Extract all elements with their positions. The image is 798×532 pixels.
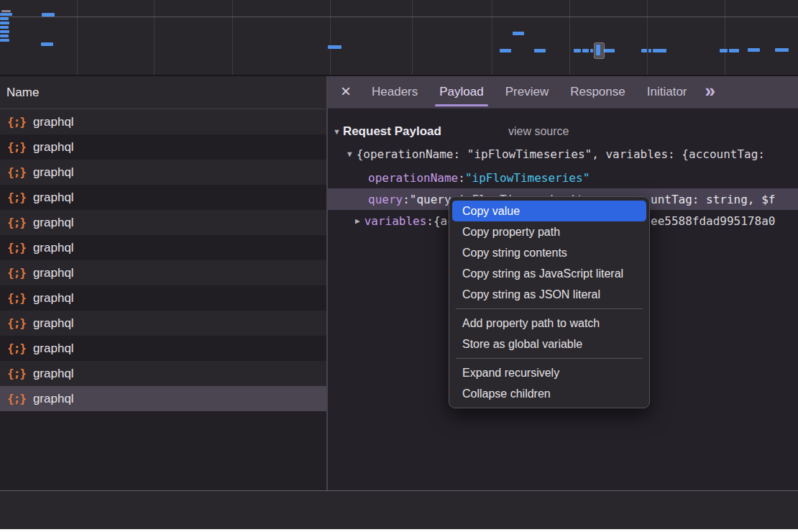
property-value-continuation: ee5588fdad995178a0: [651, 210, 775, 231]
waterfall-bar: [582, 49, 589, 52]
menu-item-copy-value[interactable]: Copy value: [452, 201, 646, 221]
request-row[interactable]: {;}graphql: [0, 185, 327, 210]
waterfall-bar: [42, 13, 55, 17]
waterfall-bar: [648, 49, 651, 52]
request-name: graphql: [33, 341, 74, 356]
waterfall-bar: [653, 49, 666, 52]
request-row[interactable]: {;}graphql: [0, 235, 327, 260]
tab-response[interactable]: Response: [567, 76, 628, 108]
request-row[interactable]: {;}graphql: [0, 311, 327, 336]
expand-triangle-icon[interactable]: ▶: [355, 216, 360, 226]
waterfall-bar: [0, 22, 9, 24]
json-request-icon: {;}: [7, 191, 26, 204]
object-preview-text: {operationName: "ipFlowTimeseries", vari…: [357, 147, 765, 161]
collapse-triangle-icon[interactable]: ▼: [333, 127, 341, 136]
pane-splitter[interactable]: [326, 76, 328, 529]
waterfall-bar: [0, 30, 9, 33]
page-background-edge: [0, 529, 798, 532]
waterfall-bar: [500, 49, 511, 52]
view-source-link[interactable]: view source: [508, 121, 569, 142]
waterfall-bar: [41, 42, 53, 46]
menu-item-copy-string-contents[interactable]: Copy string contents: [452, 242, 646, 263]
section-title: Request Payload: [343, 124, 441, 139]
timeline-gridline: [232, 0, 233, 75]
json-request-icon: {;}: [7, 115, 26, 129]
timeline-gridline: [647, 0, 648, 75]
json-request-icon: {;}: [7, 367, 26, 380]
tab-payload[interactable]: Payload: [436, 76, 486, 108]
timeline-gridline: [725, 0, 725, 75]
waterfall-bar: [1, 10, 11, 12]
waterfall-bar: [513, 32, 524, 35]
waterfall-bar: [748, 48, 760, 52]
menu-item-copy-string-as-javascript-literal[interactable]: Copy string as JavaScript literal: [452, 263, 646, 284]
request-name: graphql: [33, 266, 74, 280]
payload-preview-row[interactable]: ▼ {operationName: "ipFlowTimeseries", va…: [328, 143, 798, 165]
request-row[interactable]: {;}graphql: [0, 134, 327, 160]
property-key: variables: [364, 214, 427, 228]
devtools-background: Name × HeadersPayloadPreviewResponseInit…: [0, 0, 798, 529]
waterfall-bar: [0, 26, 9, 29]
property-key: query: [368, 193, 403, 206]
column-header-name[interactable]: Name: [0, 86, 39, 100]
waterfall-bar: [0, 35, 9, 37]
timeline-gridline: [77, 0, 78, 75]
overview-midline: [0, 17, 798, 17]
request-name: graphql: [33, 140, 74, 155]
more-tabs-icon[interactable]: »: [705, 81, 715, 103]
json-request-icon: {;}: [7, 316, 26, 330]
json-request-icon: {;}: [7, 241, 26, 254]
timeline-gridline: [569, 0, 570, 75]
json-request-icon: {;}: [7, 216, 26, 229]
property-value-continuation: untTag: string, $f: [651, 188, 775, 210]
menu-item-expand-recursively[interactable]: Expand recursively: [452, 362, 646, 383]
request-row[interactable]: {;}graphql: [0, 336, 327, 361]
menu-item-copy-property-path[interactable]: Copy property path: [452, 221, 646, 242]
waterfall-bar: [590, 49, 593, 52]
menu-separator: [456, 308, 643, 309]
request-row[interactable]: {;}graphql: [0, 109, 327, 134]
request-row[interactable]: {;}graphql: [0, 260, 327, 285]
request-name: graphql: [33, 115, 74, 129]
timeline-gridline: [154, 0, 155, 75]
close-icon[interactable]: ×: [341, 83, 351, 100]
waterfall-bar: [775, 48, 789, 52]
menu-item-copy-string-as-json-literal[interactable]: Copy string as JSON literal: [452, 284, 646, 305]
waterfall-bar: [0, 13, 12, 16]
menu-separator: [456, 358, 643, 359]
tab-headers[interactable]: Headers: [369, 76, 421, 108]
summary-bar: [0, 491, 798, 529]
waterfall-bar: [604, 49, 615, 52]
json-request-icon: {;}: [7, 140, 26, 154]
payload-operationname-row[interactable]: operationName: "ipFlowTimeseries": [328, 167, 798, 188]
tab-preview[interactable]: Preview: [503, 76, 551, 108]
request-name: graphql: [33, 216, 74, 230]
menu-item-store-as-global-variable[interactable]: Store as global variable: [452, 334, 646, 354]
collapse-triangle-icon[interactable]: ▼: [347, 150, 352, 159]
property-key: operationName: [368, 171, 458, 185]
request-row[interactable]: {;}graphql: [0, 285, 327, 311]
waterfall-bar: [0, 17, 9, 20]
request-payload-section[interactable]: ▼ Request Payload: [328, 121, 441, 142]
request-row[interactable]: {;}graphql: [0, 386, 327, 411]
selected-request-bar: [596, 45, 600, 55]
json-request-icon: {;}: [7, 266, 26, 280]
request-name: graphql: [33, 241, 74, 255]
waterfall-bar: [328, 45, 341, 49]
request-row[interactable]: {;}graphql: [0, 361, 327, 386]
menu-item-collapse-children[interactable]: Collapse children: [452, 383, 646, 404]
menu-item-add-property-path-to-watch[interactable]: Add property path to watch: [452, 313, 646, 334]
context-menu: Copy valueCopy property pathCopy string …: [449, 196, 650, 408]
timeline-gridline: [330, 0, 331, 75]
request-row[interactable]: {;}graphql: [0, 210, 327, 235]
request-name: graphql: [33, 291, 74, 306]
request-name: graphql: [33, 367, 74, 381]
devtools-window: Name × HeadersPayloadPreviewResponseInit…: [0, 0, 798, 532]
request-row[interactable]: {;}graphql: [0, 160, 327, 185]
timeline-gridline: [412, 0, 413, 75]
requests-table-header: Name: [0, 76, 327, 109]
json-request-icon: {;}: [7, 291, 26, 305]
network-overview-timeline[interactable]: [0, 0, 798, 76]
json-request-icon: {;}: [7, 165, 26, 179]
tab-initiator[interactable]: Initiator: [644, 76, 690, 108]
